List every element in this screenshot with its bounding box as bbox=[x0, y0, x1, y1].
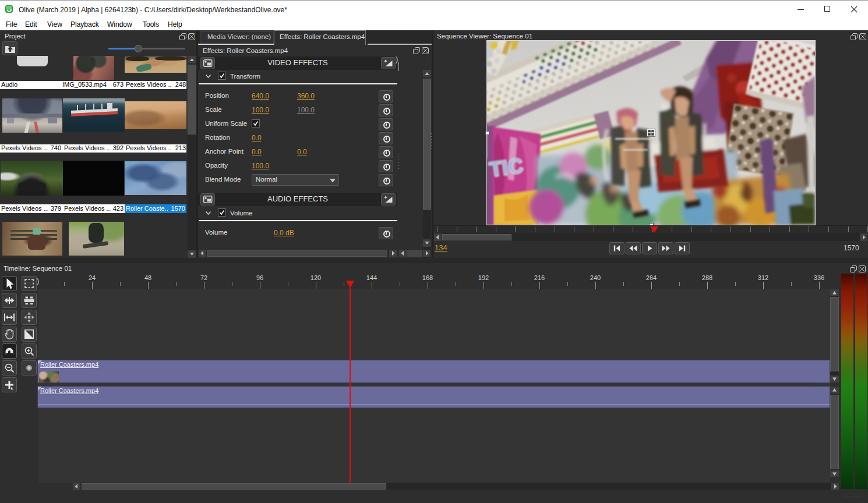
svg-text:TIC: TIC bbox=[488, 153, 524, 182]
